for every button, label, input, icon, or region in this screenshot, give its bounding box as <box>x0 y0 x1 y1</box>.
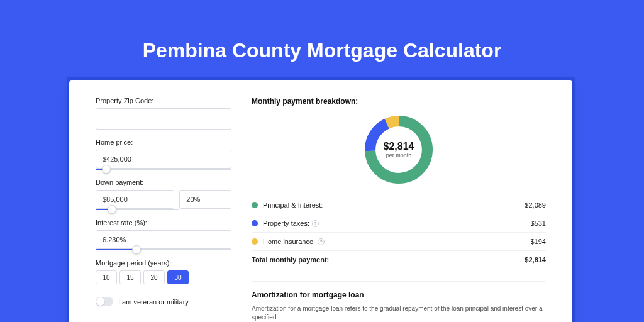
amort-text: Amortization for a mortgage loan refers … <box>252 304 546 322</box>
total-line: Total monthly payment: $2,814 <box>252 250 546 269</box>
slider-thumb[interactable] <box>132 245 141 254</box>
breakdown-label: Principal & Interest: <box>263 201 525 209</box>
zip-input[interactable] <box>96 108 231 130</box>
divider <box>252 281 546 282</box>
legend-dot <box>252 220 258 226</box>
home-price-input[interactable] <box>96 150 231 169</box>
form-panel: Property Zip Code: Home price: Down paym… <box>69 80 245 322</box>
zip-row: Property Zip Code: <box>96 97 231 130</box>
veteran-row: I am veteran or military <box>96 297 231 306</box>
amort-title: Amortization for mortgage loan <box>252 291 546 299</box>
breakdown-panel: Monthly payment breakdown: $2,814 per mo… <box>245 80 572 322</box>
period-options: 10152030 <box>96 270 231 284</box>
slider-thumb[interactable] <box>102 165 111 174</box>
breakdown-label: Home insurance:? <box>263 238 531 245</box>
legend-dot <box>252 238 258 245</box>
home-price-slider[interactable] <box>96 169 231 170</box>
period-option-20[interactable]: 20 <box>143 270 165 284</box>
home-price-label: Home price: <box>96 138 231 146</box>
total-label: Total monthly payment: <box>252 256 525 264</box>
interest-label: Interest rate (%): <box>96 219 231 226</box>
donut-center: $2,814 per month <box>361 112 436 187</box>
slider-fill <box>96 249 136 250</box>
down-payment-split <box>96 190 231 209</box>
page-root: Pembina County Mortgage Calculator Prope… <box>0 0 644 322</box>
period-option-30[interactable]: 30 <box>167 270 189 284</box>
period-label: Mortgage period (years): <box>96 259 231 267</box>
breakdown-lines: Principal & Interest:$2,089Property taxe… <box>252 196 546 250</box>
breakdown-value: $531 <box>531 219 546 227</box>
donut-value: $2,814 <box>384 141 414 152</box>
page-title: Pembina County Mortgage Calculator <box>0 0 644 62</box>
period-option-10[interactable]: 10 <box>96 270 117 284</box>
veteran-label: I am veteran or military <box>118 298 189 306</box>
toggle-knob <box>96 297 104 306</box>
zip-label: Property Zip Code: <box>96 97 231 104</box>
breakdown-line-2: Home insurance:?$194 <box>252 232 546 250</box>
interest-row: Interest rate (%): <box>96 219 231 250</box>
breakdown-line-1: Property taxes:?$531 <box>252 214 546 232</box>
breakdown-value: $2,089 <box>525 201 546 209</box>
breakdown-label: Property taxes:? <box>263 219 531 227</box>
slider-thumb[interactable] <box>108 205 116 214</box>
interest-input[interactable] <box>96 230 231 249</box>
info-icon[interactable]: ? <box>318 238 325 245</box>
donut-chart: $2,814 per month <box>361 112 436 187</box>
breakdown-value: $194 <box>531 238 546 245</box>
info-icon[interactable]: ? <box>312 220 319 227</box>
period-row: Mortgage period (years): 10152030 <box>96 259 231 284</box>
donut-sub: per month <box>386 152 412 158</box>
calculator-card: Property Zip Code: Home price: Down paym… <box>69 80 572 322</box>
interest-slider[interactable] <box>96 249 231 250</box>
down-payment-input[interactable] <box>96 190 174 209</box>
breakdown-line-0: Principal & Interest:$2,089 <box>252 196 546 214</box>
period-option-15[interactable]: 15 <box>119 270 141 284</box>
home-price-row: Home price: <box>96 138 231 170</box>
breakdown-title: Monthly payment breakdown: <box>252 97 546 106</box>
veteran-toggle[interactable] <box>96 297 113 306</box>
down-payment-percent-input[interactable] <box>179 190 231 209</box>
down-payment-label: Down payment: <box>96 179 231 186</box>
donut-wrap: $2,814 per month <box>252 112 546 187</box>
total-value: $2,814 <box>525 256 546 264</box>
legend-dot <box>252 202 258 208</box>
down-payment-row: Down payment: <box>96 179 231 210</box>
down-payment-slider[interactable] <box>96 209 179 210</box>
